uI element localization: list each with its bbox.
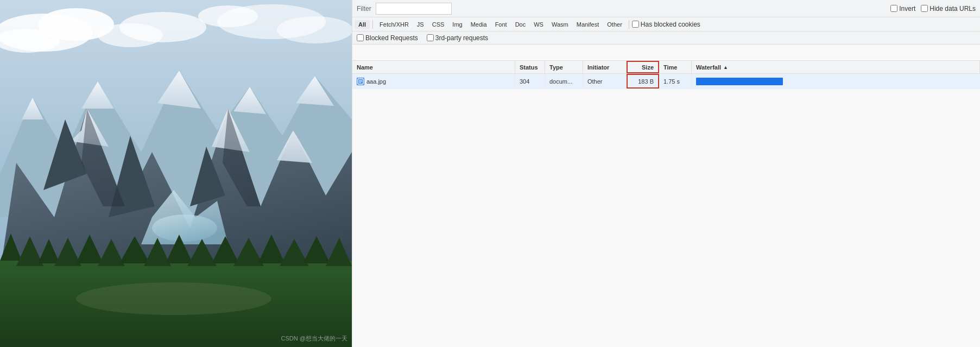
filter-ws-btn[interactable]: WS bbox=[530, 20, 547, 29]
third-party-label[interactable]: 3rd-party requests bbox=[427, 34, 488, 42]
file-name: aaa.jpg bbox=[366, 78, 386, 85]
name-cell-content: aaa.jpg bbox=[357, 78, 386, 85]
cell-size: 183 B bbox=[627, 74, 659, 89]
svg-point-23 bbox=[152, 214, 217, 242]
filter-options: Invert Hide data URLs bbox=[890, 5, 976, 12]
filter-input[interactable] bbox=[376, 3, 452, 15]
cell-type: docum... bbox=[545, 74, 583, 89]
filter-other-btn[interactable]: Other bbox=[603, 20, 626, 29]
col-header-waterfall[interactable]: Waterfall ▲ bbox=[692, 61, 980, 73]
col-header-time[interactable]: Time bbox=[659, 61, 692, 73]
third-party-text: 3rd-party requests bbox=[435, 34, 488, 42]
svg-point-7 bbox=[277, 16, 352, 43]
cell-name: aaa.jpg bbox=[352, 74, 515, 89]
svg-point-8 bbox=[198, 5, 258, 27]
filter-bar: Filter Invert Hide data URLs bbox=[352, 0, 980, 17]
cell-status: 304 bbox=[515, 74, 545, 89]
hide-data-urls-checkbox[interactable] bbox=[921, 5, 928, 12]
col-header-type[interactable]: Type bbox=[545, 61, 583, 73]
filter-js-btn[interactable]: JS bbox=[413, 20, 428, 29]
separator-1 bbox=[372, 20, 373, 29]
svg-point-5 bbox=[98, 23, 163, 47]
timeline-ticks: 10 ms 20 ms 30 ms 40 ms 50 ms 60 ms 70 m… bbox=[692, 58, 980, 59]
filter-img-btn[interactable]: Img bbox=[448, 20, 466, 29]
col-header-name[interactable]: Name bbox=[352, 61, 515, 73]
table-header: Name Status Type Initiator Size Time Wat… bbox=[352, 61, 980, 74]
hide-data-urls-text: Hide data URLs bbox=[930, 5, 976, 12]
filter-css-btn[interactable]: CSS bbox=[428, 20, 448, 29]
filter-fetch-xhr-btn[interactable]: Fetch/XHR bbox=[376, 20, 413, 29]
invert-checkbox[interactable] bbox=[890, 5, 897, 12]
filter-manifest-btn[interactable]: Manifest bbox=[573, 20, 603, 29]
has-blocked-cookies-label[interactable]: Has blocked cookies bbox=[632, 21, 700, 28]
col-header-initiator[interactable]: Initiator bbox=[583, 61, 627, 73]
image-watermark: CSDN @想当大佬的一天 bbox=[281, 335, 347, 343]
third-party-checkbox[interactable] bbox=[427, 34, 434, 41]
filter-all-btn[interactable]: All bbox=[355, 20, 370, 29]
blocked-requests-text: Blocked Requests bbox=[365, 34, 418, 42]
has-blocked-cookies-checkbox[interactable] bbox=[632, 21, 639, 28]
file-icon-svg bbox=[357, 78, 364, 85]
waterfall-bar bbox=[692, 74, 980, 89]
filter-media-btn[interactable]: Media bbox=[467, 20, 491, 29]
svg-point-43 bbox=[76, 282, 271, 315]
filter-wasm-btn[interactable]: Wasm bbox=[548, 20, 572, 29]
blocked-requests-checkbox[interactable] bbox=[357, 34, 364, 41]
blocked-requests-label[interactable]: Blocked Requests bbox=[357, 34, 418, 42]
filter-font-btn[interactable]: Font bbox=[491, 20, 511, 29]
invert-checkbox-label[interactable]: Invert bbox=[890, 5, 915, 12]
separator-2 bbox=[629, 20, 629, 29]
timeline-ruler: 10 ms 20 ms 30 ms 40 ms 50 ms 60 ms 70 m… bbox=[352, 45, 980, 61]
image-panel: CSDN @想当大佬的一天 bbox=[0, 0, 352, 347]
col-header-status[interactable]: Status bbox=[515, 61, 545, 73]
invert-label: Invert bbox=[899, 5, 915, 12]
file-icon bbox=[357, 78, 364, 85]
filter-label: Filter bbox=[357, 5, 371, 12]
cell-initiator: Other bbox=[583, 74, 627, 89]
cell-time: 1.75 s bbox=[659, 74, 692, 89]
has-blocked-cookies-text: Has blocked cookies bbox=[641, 21, 700, 28]
filter-doc-btn[interactable]: Doc bbox=[511, 20, 530, 29]
filter-type-bar: All Fetch/XHR JS CSS Img Media Font Doc … bbox=[352, 17, 980, 31]
waterfall-bar-inner bbox=[696, 78, 783, 85]
network-table: Name Status Type Initiator Size Time Wat… bbox=[352, 61, 980, 347]
options-bar: Blocked Requests 3rd-party requests bbox=[352, 31, 980, 45]
waterfall-sort-arrow: ▲ bbox=[723, 65, 728, 70]
devtools-panel: Filter Invert Hide data URLs All Fetch/X… bbox=[352, 0, 980, 347]
hide-data-urls-label[interactable]: Hide data URLs bbox=[921, 5, 976, 12]
col-header-size[interactable]: Size bbox=[627, 61, 659, 73]
table-row[interactable]: aaa.jpg 304 docum... Other 183 B 1.75 s bbox=[352, 74, 980, 89]
